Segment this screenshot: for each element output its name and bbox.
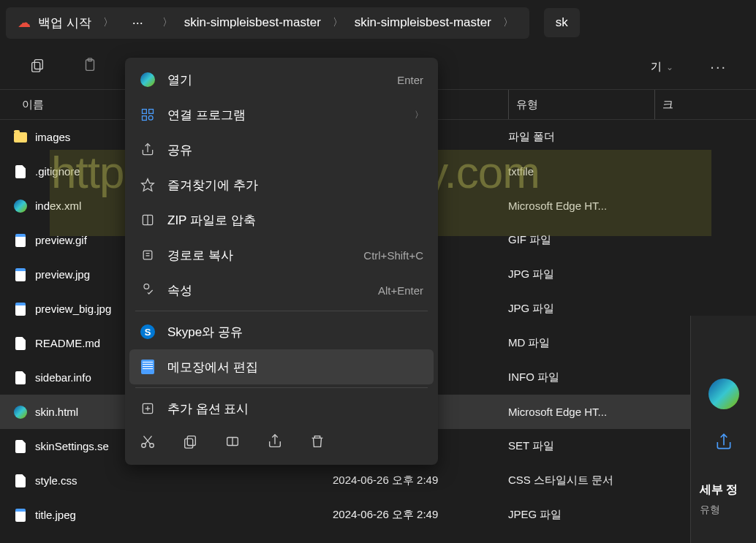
file-icon xyxy=(13,164,28,179)
share-icon xyxy=(140,142,156,158)
breadcrumb-segment-1[interactable]: skin-simpleisbest-master xyxy=(184,15,321,30)
menu-label: Skype와 공유 xyxy=(167,324,423,341)
menu-item-props[interactable]: 속성 Alt+Enter xyxy=(129,273,434,308)
copy-icon[interactable] xyxy=(29,57,45,77)
file-date: 2024-06-26 오후 2:49 xyxy=(333,474,508,487)
cut-icon[interactable] xyxy=(140,433,156,453)
edge-icon xyxy=(708,379,739,409)
delete-icon[interactable] xyxy=(309,433,325,453)
menu-item-share[interactable]: 공유 xyxy=(129,132,434,167)
paste-icon[interactable] xyxy=(82,57,98,77)
zip-icon xyxy=(140,212,156,228)
edge-icon xyxy=(140,72,156,88)
file-blue-icon xyxy=(13,267,28,282)
file-name: skinSettings.se xyxy=(35,440,109,452)
file-type: JPG 파일 xyxy=(508,302,654,316)
file-name: README.md xyxy=(35,337,100,349)
copy-icon[interactable] xyxy=(182,433,198,453)
menu-label: 메모장에서 편집 xyxy=(167,359,423,376)
menu-shortcut: Enter xyxy=(397,74,423,86)
menu-shortcut: Alt+Enter xyxy=(378,284,423,297)
menu-label: 연결 프로그램 xyxy=(167,107,403,124)
menu-label: 속성 xyxy=(167,282,366,299)
file-type: txtfile xyxy=(508,165,654,178)
chevron-right-icon: 〉 xyxy=(158,16,177,29)
more-icon xyxy=(140,400,156,417)
share-icon[interactable] xyxy=(713,431,735,453)
file-row[interactable]: style.css 2024-06-26 오후 2:49 CSS 스타일시트 문… xyxy=(0,463,756,498)
svg-rect-10 xyxy=(143,251,152,259)
menu-item-zip[interactable]: ZIP 파일로 압축 xyxy=(129,202,434,238)
chevron-right-icon: 〉 xyxy=(499,16,518,29)
file-type: Microsoft Edge HT... xyxy=(508,406,654,418)
breadcrumb-overflow[interactable]: sk xyxy=(544,8,580,37)
svg-rect-0 xyxy=(34,60,42,69)
folder-icon xyxy=(13,130,28,145)
breadcrumb-start[interactable]: ☁ 백업 시작 〉 ··· 〉 skin-simpleisbest-master… xyxy=(6,7,529,39)
menu-item-apps[interactable]: 연결 프로그램 〉 xyxy=(129,97,434,132)
file-icon xyxy=(13,474,28,488)
chevron-right-icon: 〉 xyxy=(328,16,347,29)
file-name-cell: style.css xyxy=(0,474,333,488)
props-icon xyxy=(140,282,156,298)
svg-rect-5 xyxy=(149,110,154,114)
copy-path-icon xyxy=(140,247,156,263)
file-row[interactable]: title.jpeg 2024-06-26 오후 2:49 JPEG 파일 xyxy=(0,498,756,532)
chevron-right-icon: 〉 xyxy=(99,16,118,29)
breadcrumb-ellipsis[interactable]: ··· xyxy=(125,15,151,31)
file-type: INFO 파일 xyxy=(508,371,654,384)
svg-point-7 xyxy=(148,115,153,120)
file-type: SET 파일 xyxy=(508,439,654,453)
file-name: sidebar.info xyxy=(35,371,91,384)
apps-icon xyxy=(140,107,156,123)
more-options-button[interactable]: ··· xyxy=(710,58,727,75)
rename-icon[interactable] xyxy=(224,433,241,453)
menu-label: 공유 xyxy=(167,142,423,159)
file-name: title.jpeg xyxy=(35,509,76,521)
menu-label: 추가 옵션 표시 xyxy=(167,400,423,417)
menu-divider xyxy=(135,387,428,388)
skype-icon: S xyxy=(140,324,156,340)
file-blue-icon xyxy=(13,508,28,523)
svg-rect-6 xyxy=(143,116,147,121)
file-blue-icon xyxy=(13,233,28,248)
menu-item-star[interactable]: 즐겨찾기에 추가 xyxy=(129,167,434,202)
menu-divider xyxy=(135,311,428,311)
file-name: index.xml xyxy=(35,200,81,212)
menu-item-skype[interactable]: S Skype와 공유 xyxy=(129,314,434,349)
file-icon xyxy=(13,439,28,454)
menu-item-more[interactable]: 추가 옵션 표시 xyxy=(129,391,434,426)
chevron-right-icon: 〉 xyxy=(415,109,423,121)
column-size[interactable]: 크 xyxy=(654,90,756,119)
menu-item-copy-path[interactable]: 경로로 복사 Ctrl+Shift+C xyxy=(129,238,434,273)
file-icon xyxy=(13,371,28,385)
file-type: MD 파일 xyxy=(508,336,654,350)
column-type[interactable]: 유형 xyxy=(508,90,654,119)
sort-dropdown[interactable]: 기 ⌄ xyxy=(651,60,673,74)
menu-item-edge[interactable]: 열기 Enter xyxy=(129,62,434,97)
star-icon xyxy=(140,177,156,193)
file-type: JPEG 파일 xyxy=(508,508,654,522)
breadcrumb-segment-2[interactable]: skin-simpleisbest-master xyxy=(355,15,491,30)
menu-label: 경로로 복사 xyxy=(167,247,352,264)
notepad-icon xyxy=(140,359,156,375)
file-type: JPG 파일 xyxy=(508,267,654,281)
svg-rect-4 xyxy=(143,110,147,114)
breadcrumb-start-label: 백업 시작 xyxy=(38,15,91,31)
file-type: GIF 파일 xyxy=(508,233,654,247)
menu-label: 즐겨찾기에 추가 xyxy=(167,177,423,194)
file-name: preview_big.jpg xyxy=(35,303,111,315)
context-menu: 열기 Enter 연결 프로그램 〉 공유 즐겨찾기에 추가 ZIP 파일로 압… xyxy=(125,58,438,465)
menu-item-notepad[interactable]: 메모장에서 편집 xyxy=(129,349,434,384)
details-panel: 세부 정 유형 xyxy=(690,316,756,543)
file-name: .gitignore xyxy=(35,165,80,178)
file-type: Microsoft Edge HT... xyxy=(508,200,654,212)
file-name: skin.html xyxy=(35,406,78,418)
file-blue-icon xyxy=(13,302,28,316)
share-icon[interactable] xyxy=(267,433,283,453)
sort-label: 기 xyxy=(651,60,662,74)
file-name: style.css xyxy=(35,474,78,487)
details-title: 세부 정 xyxy=(700,482,747,498)
file-icon xyxy=(13,336,28,351)
svg-rect-15 xyxy=(185,438,193,448)
